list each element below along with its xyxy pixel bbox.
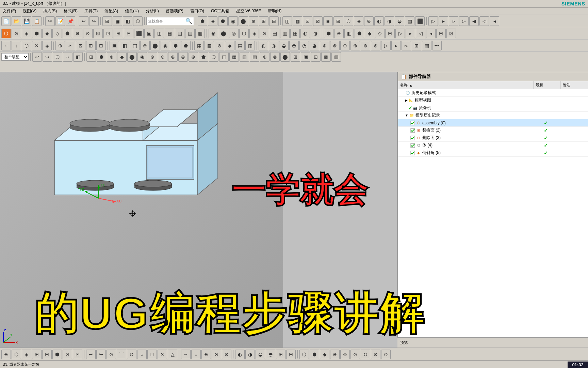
bt-20[interactable]: ⊕ — [201, 350, 211, 359]
r3-28[interactable]: ◓ — [289, 41, 299, 50]
bt-35[interactable]: ⊚ — [361, 350, 370, 359]
tb35[interactable]: ◂ — [490, 16, 499, 26]
r2-20[interactable]: ▩ — [195, 29, 205, 38]
main-viewport[interactable]: ZC YC XC Z X Y — [0, 72, 283, 348]
tb22[interactable]: ◈ — [354, 16, 363, 26]
menu-analysis[interactable]: 分析(L) — [144, 7, 160, 15]
bt-33[interactable]: ⊗ — [340, 350, 350, 359]
tree-item-replace-face[interactable]: ⊞ 替换面 (2) ✓ — [398, 127, 588, 134]
tree-item-chamfer[interactable]: ◆ 倒斜角 (5) ✓ — [398, 149, 588, 157]
tb23[interactable]: ⊛ — [364, 16, 374, 26]
bt-7[interactable]: ⊠ — [63, 350, 72, 359]
r3-37[interactable]: ▷ — [381, 41, 391, 50]
r2-5[interactable]: ◆ — [42, 29, 52, 38]
menu-info[interactable]: 信息(U) — [124, 7, 140, 15]
menu-preferences[interactable]: 首选项(P) — [164, 7, 185, 15]
r3-31[interactable]: ⊕ — [320, 41, 329, 50]
bt-3[interactable]: ◈ — [22, 350, 31, 359]
tb28[interactable]: ⬛ — [415, 16, 425, 26]
r2-3[interactable]: ◈ — [22, 29, 31, 38]
r2-40[interactable]: ▸ — [406, 29, 415, 38]
r3-40[interactable]: ⊞ — [412, 41, 421, 50]
copy-btn[interactable]: 📝 — [55, 16, 65, 26]
bt-31[interactable]: ◆ — [320, 350, 329, 359]
r2-17[interactable]: ▦ — [165, 29, 174, 38]
r2-25[interactable]: ◈ — [249, 29, 259, 38]
r4-2[interactable]: ↪ — [43, 52, 52, 62]
tb15[interactable]: ◫ — [282, 16, 292, 26]
menu-view[interactable]: 视图(V) — [21, 7, 38, 15]
r2-6[interactable]: ◇ — [52, 29, 62, 38]
r2-24[interactable]: ⬡ — [239, 29, 249, 38]
r4-27[interactable]: ▣ — [301, 52, 310, 62]
tree-area[interactable]: 🕐 历史记录模式 ▶ 📐 模型视图 ▶ ✓ 📷 摄像机 ▼ 📁 模型历史记录 — [398, 89, 588, 348]
bt-37[interactable]: ⊜ — [381, 350, 391, 359]
bt-22[interactable]: ⊛ — [222, 350, 231, 359]
r3-25[interactable]: ◐ — [259, 41, 268, 50]
r3-11[interactable]: ▣ — [110, 41, 119, 50]
r2-13[interactable]: ⊟ — [124, 29, 133, 38]
r2-12[interactable]: ⊞ — [114, 29, 123, 38]
r4-8[interactable]: ⊕ — [107, 52, 116, 62]
r3-17[interactable]: ⬢ — [171, 41, 180, 50]
r3-1[interactable]: ↔ — [1, 41, 11, 50]
tb25[interactable]: ◑ — [385, 16, 394, 26]
tb16[interactable]: ▦ — [293, 16, 302, 26]
tb31[interactable]: ▹ — [449, 16, 458, 26]
r4-12[interactable]: ⊗ — [148, 52, 157, 62]
r2-37[interactable]: ◇ — [375, 29, 385, 38]
tb5[interactable]: ◧ — [123, 16, 132, 26]
tb8[interactable]: ◈ — [208, 16, 217, 26]
tree-item-camera[interactable]: ▶ ✓ 📷 摄像机 — [398, 104, 588, 112]
r2-21[interactable]: ◉ — [209, 29, 218, 38]
r4-17[interactable]: ⬟ — [199, 52, 208, 62]
bt-24[interactable]: ◑ — [245, 350, 255, 359]
open-btn[interactable]: 📂 — [12, 16, 21, 26]
r2-27[interactable]: ▤ — [270, 29, 279, 38]
tb30[interactable]: ▸ — [439, 16, 448, 26]
r3-38[interactable]: ▸ — [391, 41, 401, 50]
tb4[interactable]: ▣ — [113, 16, 122, 26]
save-btn[interactable]: 💾 — [22, 16, 31, 26]
r2-28[interactable]: ▥ — [280, 29, 290, 38]
r3-19[interactable]: ▦ — [194, 41, 204, 50]
r3-36[interactable]: ⊜ — [371, 41, 380, 50]
r3-24[interactable]: ▥ — [245, 41, 255, 50]
search-box[interactable]: 🔍 — [146, 17, 194, 25]
r3-26[interactable]: ◑ — [269, 41, 278, 50]
r4-18[interactable]: ⬡ — [209, 52, 218, 62]
r2-44[interactable]: ⊠ — [446, 29, 456, 38]
tree-item-history[interactable]: 🕐 历史记录模式 — [398, 89, 588, 97]
r4-7[interactable]: ⬢ — [97, 52, 106, 62]
r4-20[interactable]: ▦ — [229, 52, 239, 62]
r4-4[interactable]: ↔ — [63, 52, 72, 62]
bt-1[interactable]: ⊕ — [1, 350, 11, 359]
r2-11[interactable]: ⊡ — [103, 29, 113, 38]
r3-14[interactable]: ⊛ — [140, 41, 150, 50]
tb33[interactable]: ◀ — [469, 16, 479, 26]
bt-23[interactable]: ◐ — [235, 350, 245, 359]
r2-35[interactable]: ⬟ — [355, 29, 364, 38]
r4-29[interactable]: ⊠ — [321, 52, 331, 62]
bt-17[interactable]: △ — [168, 350, 177, 359]
r2-18[interactable]: ▧ — [175, 29, 184, 38]
r3-16[interactable]: ◉ — [161, 41, 170, 50]
tb27[interactable]: ▤ — [405, 16, 414, 26]
r3-29[interactable]: ◔ — [299, 41, 309, 50]
r3-9[interactable]: ⊞ — [86, 41, 96, 50]
bt-36[interactable]: ⊛ — [371, 350, 380, 359]
bt-15[interactable]: □ — [147, 350, 157, 359]
bt-12[interactable]: ⌒ — [117, 350, 126, 359]
r3-8[interactable]: ⊠ — [76, 41, 85, 50]
tb17[interactable]: ⊡ — [303, 16, 312, 26]
r3-35[interactable]: ⊛ — [361, 41, 370, 50]
r3-6[interactable]: ⊕ — [55, 41, 65, 50]
r2-9[interactable]: ⊗ — [83, 29, 93, 38]
r2-22[interactable]: ⬤ — [219, 29, 228, 38]
r2-26[interactable]: ⊛ — [260, 29, 269, 38]
r4-1[interactable]: ↩ — [32, 52, 42, 62]
r2-43[interactable]: ⊟ — [436, 29, 446, 38]
tree-item-delete-face[interactable]: ⊟ 删除面 (3) ✓ — [398, 134, 588, 142]
r3-3[interactable]: ⬡ — [22, 41, 31, 50]
menu-insert[interactable]: 插入(S) — [42, 7, 58, 15]
